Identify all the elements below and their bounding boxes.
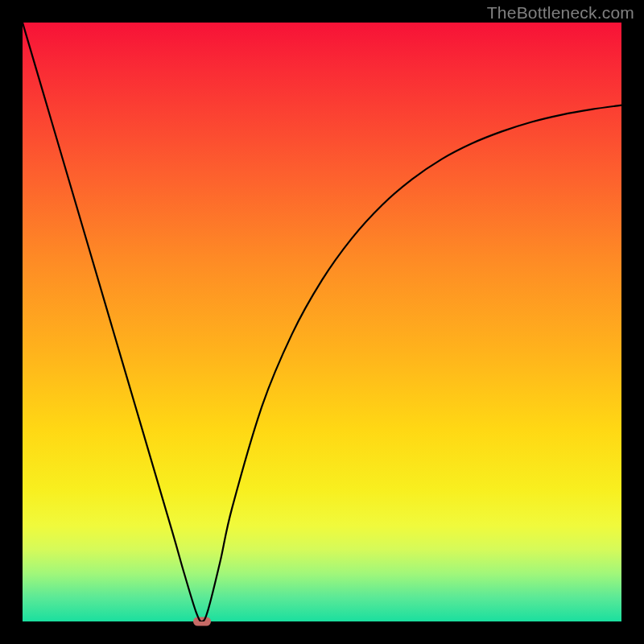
bottleneck-curve — [23, 23, 621, 621]
chart-frame: TheBottleneck.com — [0, 0, 644, 644]
plot-area — [23, 23, 621, 621]
watermark-text: TheBottleneck.com — [487, 3, 634, 23]
